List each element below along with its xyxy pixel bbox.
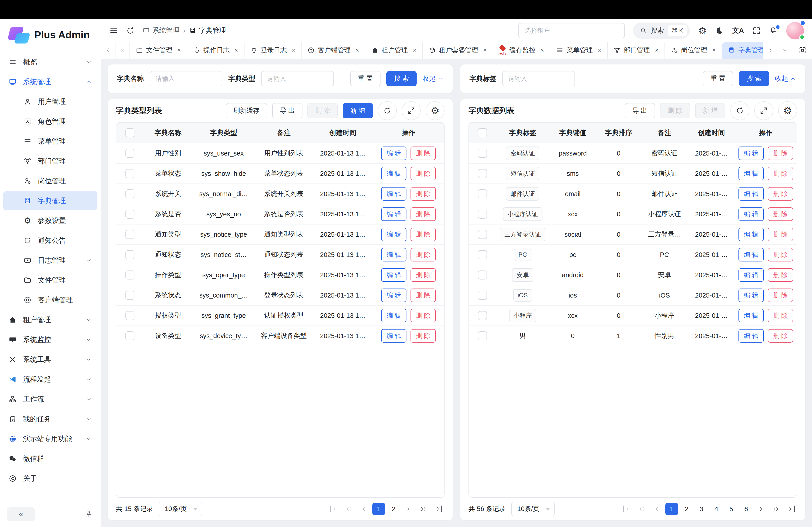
tab-tenant-management[interactable]: 租户管理× <box>365 42 423 59</box>
tabs-dropdown-icon[interactable] <box>778 42 793 59</box>
page-number-button[interactable]: 1 <box>372 503 385 515</box>
dark-mode-moon-icon[interactable] <box>715 26 724 35</box>
tenant-select-input[interactable] <box>518 23 625 38</box>
notifications-bell-icon[interactable] <box>769 26 778 35</box>
tab-dictionary-management[interactable]: 字典管理× <box>722 42 763 59</box>
tabs-scroll-right-icon[interactable] <box>763 42 778 59</box>
close-icon[interactable]: × <box>356 47 359 54</box>
prev-page-button[interactable] <box>651 503 663 515</box>
edit-button[interactable]: 编 辑 <box>381 207 406 221</box>
tab-menu-management[interactable]: 菜单管理× <box>550 42 608 59</box>
row-checkbox[interactable] <box>478 230 487 239</box>
collapse-search-link[interactable]: 收起 <box>775 74 796 83</box>
row-checkbox[interactable] <box>478 291 487 300</box>
edit-button[interactable]: 编 辑 <box>381 309 406 322</box>
page-number-button[interactable]: 6 <box>740 503 752 515</box>
sidebar-item-notices[interactable]: 通知公告 <box>3 231 98 250</box>
search-button[interactable]: 搜 索 <box>739 71 769 86</box>
export-button[interactable]: 导 出 <box>272 103 303 118</box>
sidebar-item-posts[interactable]: 岗位管理 <box>3 171 98 191</box>
delete-button[interactable]: 删 除 <box>768 167 793 180</box>
close-icon[interactable]: × <box>483 47 487 54</box>
delete-button[interactable]: 删 除 <box>768 207 793 221</box>
edit-button[interactable]: 编 辑 <box>738 329 764 343</box>
table-expand-icon[interactable] <box>402 101 421 120</box>
sidebar-item-departments[interactable]: 部门管理 <box>3 151 98 171</box>
add-button[interactable]: 新 增 <box>343 103 373 118</box>
delete-button[interactable]: 删 除 <box>768 248 793 261</box>
edit-button[interactable]: 编 辑 <box>381 248 406 261</box>
sidebar-item-overview[interactable]: 概览 <box>3 52 98 72</box>
dict-name-input[interactable] <box>150 71 222 86</box>
close-icon[interactable]: × <box>598 47 601 54</box>
tab-client-management[interactable]: 客户端管理× <box>302 42 365 59</box>
next-5-pages-button[interactable] <box>417 503 430 515</box>
delete-button[interactable]: 删 除 <box>768 309 793 322</box>
row-checkbox[interactable] <box>126 230 134 239</box>
delete-button[interactable]: 删 除 <box>410 228 436 241</box>
edit-button[interactable]: 编 辑 <box>738 288 764 302</box>
sidebar-item-dictionary[interactable]: 字典管理 <box>3 191 98 210</box>
page-number-button[interactable]: 1 <box>665 503 678 515</box>
row-checkbox[interactable] <box>478 270 487 280</box>
sidebar-item-users[interactable]: 用户管理 <box>3 92 98 111</box>
breadcrumb-item-dictionary[interactable]: 字典管理 <box>189 26 226 35</box>
pin-icon[interactable] <box>84 510 93 519</box>
close-icon[interactable]: × <box>655 47 658 54</box>
edit-button[interactable]: 编 辑 <box>738 207 764 221</box>
refresh-icon[interactable] <box>126 26 135 35</box>
delete-button[interactable]: 删 除 <box>768 228 793 241</box>
row-checkbox[interactable] <box>478 149 487 158</box>
close-icon[interactable]: × <box>292 47 295 54</box>
edit-button[interactable]: 编 辑 <box>381 329 406 343</box>
sidebar-item-files[interactable]: 文件管理 <box>3 270 98 290</box>
first-page-button[interactable] <box>621 503 633 515</box>
sidebar-item-wechat-group[interactable]: 微信群 <box>3 449 98 468</box>
delete-button[interactable]: 删 除 <box>410 167 436 180</box>
row-checkbox[interactable] <box>478 189 487 198</box>
delete-button[interactable]: 删 除 <box>307 103 338 118</box>
row-checkbox[interactable] <box>126 149 134 158</box>
row-checkbox[interactable] <box>126 270 134 280</box>
breadcrumb-item-system[interactable]: 系统管理 <box>143 26 179 35</box>
page-number-button[interactable]: 3 <box>695 503 708 515</box>
row-checkbox[interactable] <box>478 311 487 320</box>
edit-button[interactable]: 编 辑 <box>381 268 406 282</box>
delete-button[interactable]: 删 除 <box>768 147 793 160</box>
edit-button[interactable]: 编 辑 <box>738 228 764 241</box>
tab-tenant-package[interactable]: 租户套餐管理× <box>423 42 493 59</box>
close-icon[interactable]: × <box>540 47 544 54</box>
edit-button[interactable]: 编 辑 <box>738 147 764 160</box>
prev-5-pages-button[interactable] <box>636 503 648 515</box>
select-all-checkbox[interactable] <box>478 128 487 137</box>
sidebar-item-workflow[interactable]: 工作流 <box>3 390 98 409</box>
delete-button[interactable]: 删 除 <box>768 187 793 201</box>
table-settings-gear-icon[interactable]: ⚙ <box>426 101 445 120</box>
hamburger-icon[interactable] <box>109 26 118 35</box>
sidebar-item-tenants[interactable]: 租户管理 <box>3 310 98 329</box>
delete-button[interactable]: 删 除 <box>410 147 436 160</box>
refresh-cache-button[interactable]: 刷新缓存 <box>226 103 267 118</box>
delete-button[interactable]: 删 除 <box>410 207 436 221</box>
page-size-select[interactable]: 10条/页 <box>511 502 555 516</box>
fullscreen-icon[interactable] <box>752 26 761 35</box>
sidebar-item-demo-features[interactable]: 演示站专用功能 <box>3 429 98 448</box>
delete-button[interactable]: 删 除 <box>410 288 436 302</box>
page-number-button[interactable]: 2 <box>680 503 693 515</box>
row-checkbox[interactable] <box>126 169 134 178</box>
close-icon[interactable]: × <box>413 47 416 54</box>
table-settings-gear-icon[interactable]: ⚙ <box>778 101 797 120</box>
edit-button[interactable]: 编 辑 <box>738 268 764 282</box>
sidebar-item-system[interactable]: 系统管理 <box>3 72 98 91</box>
row-checkbox[interactable] <box>126 331 134 340</box>
close-icon[interactable]: × <box>177 47 181 54</box>
sidebar-collapse-button[interactable]: « <box>7 507 35 521</box>
first-page-button[interactable] <box>328 503 340 515</box>
edit-button[interactable]: 编 辑 <box>738 187 764 201</box>
edit-button[interactable]: 编 辑 <box>381 147 406 160</box>
last-page-button[interactable] <box>432 503 445 515</box>
close-icon[interactable]: × <box>235 47 238 54</box>
delete-button[interactable]: 删 除 <box>768 329 793 343</box>
last-page-button[interactable] <box>784 503 797 515</box>
tab-cache-monitor[interactable]: redis缓存监控× <box>493 42 550 59</box>
